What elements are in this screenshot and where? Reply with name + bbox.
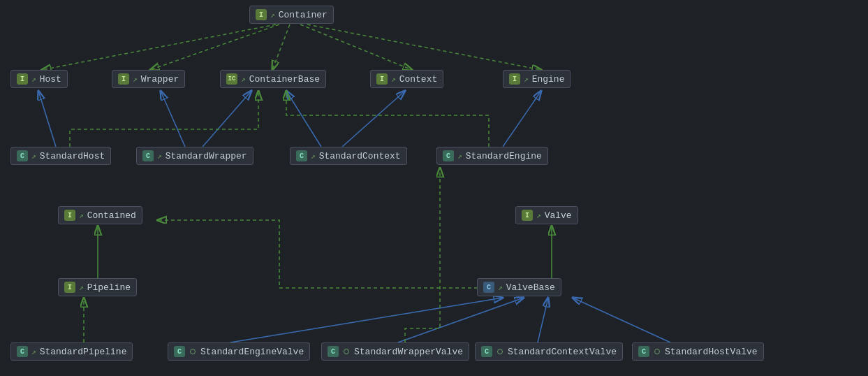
badge-standardhost: C xyxy=(17,150,28,161)
badge-standardwrapper: C xyxy=(142,150,154,161)
svg-line-7 xyxy=(307,24,541,70)
label-standardenginevalve: StandardEngineValve xyxy=(200,347,304,357)
label-wrapper: Wrapper xyxy=(141,74,179,85)
node-host[interactable]: I ↗ Host xyxy=(10,70,68,88)
node-standardengine[interactable]: C ↗ StandardEngine xyxy=(436,147,548,165)
badge-containerbase: IC xyxy=(226,73,237,85)
badge-standardpipeline: C xyxy=(17,346,28,357)
node-standardcontextvalve[interactable]: C StandardContextValve xyxy=(475,342,623,361)
svg-line-19 xyxy=(538,298,548,342)
badge-container: I xyxy=(256,9,267,20)
node-standardenginevalve[interactable]: C StandardEngineValve xyxy=(168,342,310,361)
node-pipeline[interactable]: I ↗ Pipeline xyxy=(58,278,137,296)
node-valve[interactable]: I ↗ Valve xyxy=(515,206,578,224)
svg-line-5 xyxy=(272,24,290,70)
svg-line-8 xyxy=(38,91,56,147)
node-standardcontext[interactable]: C ↗ StandardContext xyxy=(290,147,407,165)
label-standardhost: StandardHost xyxy=(40,151,105,161)
badge-standardwrappervalve: C xyxy=(328,346,339,357)
svg-line-4 xyxy=(150,24,279,70)
svg-line-13 xyxy=(503,91,541,147)
label-standardwrappervalve: StandardWrapperValve xyxy=(354,347,463,357)
node-standardhost[interactable]: C ↗ StandardHost xyxy=(10,147,111,165)
circle-icon xyxy=(344,349,349,354)
label-pipeline: Pipeline xyxy=(87,282,131,293)
circle-icon xyxy=(497,349,503,354)
label-standardpipeline: StandardPipeline xyxy=(40,347,127,357)
svg-line-17 xyxy=(230,298,503,342)
badge-engine: I xyxy=(509,73,520,85)
svg-line-9 xyxy=(161,91,185,147)
svg-line-3 xyxy=(42,24,276,70)
node-container[interactable]: I ↗ Container xyxy=(249,6,334,24)
badge-standardcontext: C xyxy=(296,150,307,161)
badge-wrapper: I xyxy=(118,73,129,85)
badge-standardcontextvalve: C xyxy=(481,346,492,357)
node-standardwrappervalve[interactable]: C StandardWrapperValve xyxy=(321,342,469,361)
svg-line-20 xyxy=(573,298,670,342)
node-wrapper[interactable]: I ↗ Wrapper xyxy=(112,70,185,88)
label-host: Host xyxy=(40,74,61,85)
badge-standardenginevalve: C xyxy=(174,346,185,357)
node-contained[interactable]: I ↗ Contained xyxy=(58,206,142,224)
node-standardhostvalve[interactable]: C StandardHostValve xyxy=(632,342,764,361)
circle-icon xyxy=(190,349,196,354)
diagram: I ↗ Container I ↗ Host I ↗ Wrapper IC ↗ … xyxy=(0,0,868,376)
badge-context: I xyxy=(376,73,388,85)
svg-line-11 xyxy=(286,91,321,147)
label-context: Context xyxy=(399,74,438,85)
label-engine: Engine xyxy=(532,74,565,85)
label-standardcontextvalve: StandardContextValve xyxy=(508,347,617,357)
badge-valve: I xyxy=(522,210,533,221)
node-standardwrapper[interactable]: C ↗ StandardWrapper xyxy=(136,147,253,165)
connectors-svg xyxy=(0,0,868,376)
node-containerbase[interactable]: IC ↗ ContainerBase xyxy=(220,70,326,88)
node-engine[interactable]: I ↗ Engine xyxy=(503,70,571,88)
svg-line-12 xyxy=(342,91,405,147)
node-standardpipeline[interactable]: C ↗ StandardPipeline xyxy=(10,342,133,361)
badge-contained: I xyxy=(64,210,75,221)
node-context[interactable]: I ↗ Context xyxy=(370,70,443,88)
label-standardwrapper: StandardWrapper xyxy=(165,151,247,161)
svg-line-18 xyxy=(398,298,524,342)
label-containerbase: ContainerBase xyxy=(249,74,320,85)
badge-pipeline: I xyxy=(64,282,75,293)
node-valvebase[interactable]: C ↗ ValveBase xyxy=(477,278,561,296)
label-container: Container xyxy=(279,10,328,20)
badge-standardengine: C xyxy=(443,150,454,161)
label-valvebase: ValveBase xyxy=(506,282,555,293)
label-standardengine: StandardEngine xyxy=(466,151,542,161)
label-contained: Contained xyxy=(87,210,136,221)
label-standardcontext: StandardContext xyxy=(319,151,401,161)
svg-line-6 xyxy=(300,24,412,70)
badge-host: I xyxy=(17,73,28,85)
label-valve: Valve xyxy=(545,210,572,221)
badge-valvebase: C xyxy=(483,282,494,293)
label-standardhostvalve: StandardHostValve xyxy=(665,347,758,357)
svg-line-10 xyxy=(203,91,251,147)
badge-standardhostvalve: C xyxy=(638,346,649,357)
circle-icon xyxy=(654,349,660,354)
